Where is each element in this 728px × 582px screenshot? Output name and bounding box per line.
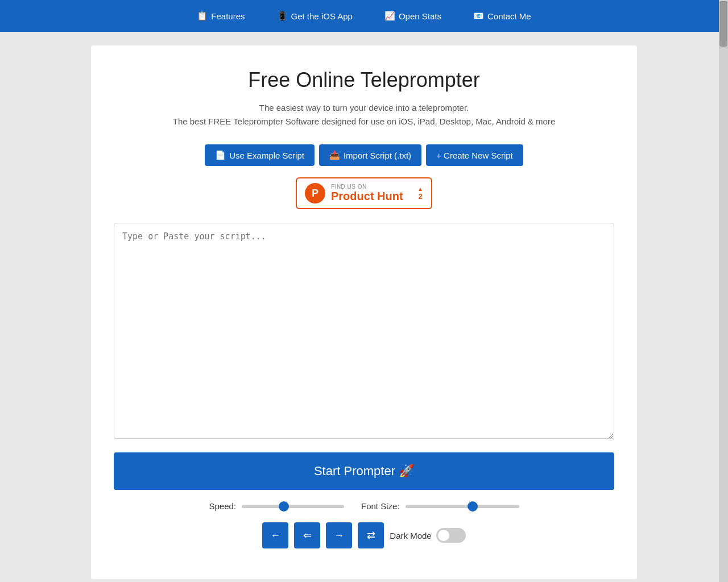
import-icon: 📥 [329,150,340,160]
direction-flip-button[interactable]: ⇄ [358,522,384,548]
action-buttons: 📄 Use Example Script 📥 Import Script (.t… [114,144,614,166]
direction-left-button[interactable]: ← [262,522,288,548]
scrollbar[interactable] [719,0,728,582]
file-icon: 📄 [215,150,226,160]
speed-slider[interactable] [242,505,344,508]
contact-icon: 📧 [473,11,484,21]
use-example-button[interactable]: 📄 Use Example Script [205,144,315,166]
dark-mode-label: Dark Mode [390,531,431,541]
nav-features[interactable]: 📋 Features [181,0,260,32]
toggle-slider [436,528,466,543]
dark-mode-toggle[interactable] [436,528,466,543]
stats-icon: 📈 [384,11,395,21]
navbar: 📋 Features 📱 Get the iOS App 📈 Open Stat… [0,0,728,32]
nav-contact[interactable]: 📧 Contact Me [457,0,547,32]
product-hunt-icon: P [305,183,325,203]
direction-right-button[interactable]: → [326,522,352,548]
vote-arrow-icon: ▲ [417,186,423,192]
nav-ios-app[interactable]: 📱 Get the iOS App [261,0,369,32]
font-size-group: Font Size: [361,501,519,511]
font-size-label: Font Size: [361,501,400,511]
page-title: Free Online Teleprompter [114,68,614,92]
speed-group: Speed: [209,501,344,511]
nav-open-stats[interactable]: 📈 Open Stats [369,0,457,32]
product-hunt-name: Product Hunt [331,190,412,203]
start-prompter-button[interactable]: Start Prompter 🚀 [114,452,614,490]
dark-mode-wrap: Dark Mode [390,528,465,543]
page-subtitle: The easiest way to turn your device into… [114,101,614,128]
features-icon: 📋 [197,11,208,21]
scrollbar-thumb[interactable] [719,1,727,47]
product-hunt-vote: ▲ 2 [417,186,423,201]
product-hunt-badge-wrap: P FIND US ON Product Hunt ▲ 2 [114,177,614,209]
sliders-row: Speed: Font Size: [114,501,614,511]
direction-right-mirror-button[interactable]: ⇐ [294,522,320,548]
font-size-slider[interactable] [406,505,519,508]
script-textarea[interactable] [114,223,614,439]
ios-icon: 📱 [277,11,288,21]
product-hunt-find-us: FIND US ON [331,184,412,190]
direction-row: ← ⇐ → ⇄ Dark Mode [114,522,614,548]
create-script-button[interactable]: + Create New Script [426,144,523,166]
product-hunt-badge[interactable]: P FIND US ON Product Hunt ▲ 2 [296,177,432,209]
import-script-button[interactable]: 📥 Import Script (.txt) [319,144,421,166]
main-card: Free Online Teleprompter The easiest way… [91,45,637,579]
speed-label: Speed: [209,501,236,511]
